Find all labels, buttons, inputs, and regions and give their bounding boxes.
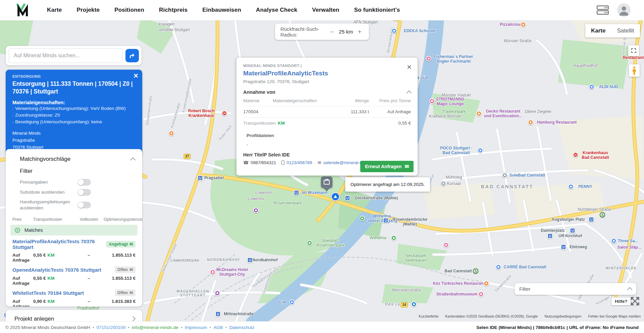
footer-left: © 2025 Mineral Minds Deutschland GmbH • … (5, 325, 254, 330)
nav-item-einbauweisen[interactable]: Einbauweisen (202, 7, 241, 13)
col-preis-pro-tonne: Preis pro Tonne (369, 98, 411, 103)
fullscreen-icon (631, 48, 636, 53)
nav-item-richtpreis[interactable]: Richtpreis (159, 7, 187, 13)
directions-button[interactable] (125, 49, 139, 62)
footer-datenschutz-link[interactable]: Datenschutz (229, 325, 254, 330)
chevron-up-icon[interactable] (407, 90, 412, 95)
match-link[interactable]: OpenedAnalyticTests 70376 Stuttgart (12, 267, 101, 273)
disposal-street: Pragstraße (12, 137, 136, 144)
pan-expand-control[interactable] (630, 296, 640, 308)
envelope-icon: ✉ (129, 267, 133, 272)
hexagon-matches-icon (14, 227, 20, 233)
attr-terms-link[interactable]: Nutzungsbedingungen (544, 314, 581, 318)
disposal-property: Verwertung (Untersuchungsumfang): VwV Bo… (12, 105, 136, 112)
toggle-label: Handlungsempfehlungen ausblenden (20, 199, 77, 211)
footer-bar: © 2025 Mineral Minds Deutschland GmbH • … (0, 321, 644, 333)
radius-decrease-button[interactable]: − (328, 28, 336, 35)
match-row: OpenedAnalyticTests 70376 Stuttgart Offe… (6, 264, 142, 287)
map-attribution: Kurzbefehle Kartendaten ©2025 GeoBasis-D… (419, 314, 641, 318)
fullscreen-button[interactable] (628, 45, 639, 56)
footer-copyright: © 2025 Mineral Minds Deutschland GmbH (5, 325, 90, 330)
popup-title[interactable]: MaterialProfileAnalyticTests (243, 70, 411, 77)
status-badge-offen: Offen ✉ (115, 266, 136, 273)
popup-table-header: Material Materialeigenschaften Menge Pre… (243, 98, 411, 106)
nav-item-projekte[interactable]: Projekte (76, 7, 100, 13)
match-potential: 1.855.113 € (104, 276, 136, 286)
match-potential: 1.815.383 € (104, 299, 136, 307)
nav-item-so-funktionierts[interactable]: So funktioniert's (354, 7, 400, 13)
disposal-properties-heading: Materialeigenschaften: (12, 100, 136, 105)
toggle-row-substitute: Substitute ausblenden (6, 187, 142, 197)
match-price: Auf Anfrage (12, 299, 33, 307)
arrow-up-icon (334, 195, 337, 198)
envelope-icon: ✉ (129, 242, 133, 247)
contact-phone: 0987/654321 (251, 160, 276, 165)
profile-files-label: Profildateien (247, 133, 411, 138)
search-card (6, 46, 142, 65)
popup-eyebrow: MINERAL MINDS STANDORT | (243, 64, 411, 68)
footer-phone-link[interactable]: 07151/250100 (97, 325, 125, 330)
toggle-substitute[interactable] (77, 189, 91, 196)
footer-impressum-link[interactable]: Impressum (185, 325, 207, 330)
expand-arrows-icon (630, 296, 640, 306)
map-canvas[interactable]: kswagenomobile StuttgartAFN StuttgartMün… (0, 20, 644, 322)
match-price: Auf Anfrage (12, 253, 33, 263)
cell-price: Auf Anfrage (369, 109, 411, 114)
match-link[interactable]: MaterialProfileAnalyticTests 70376 Stutt… (12, 239, 106, 250)
map-type-satellit-button[interactable]: Satellit (611, 24, 640, 38)
chevron-right-icon (130, 316, 136, 322)
nav-item-positionen[interactable]: Positionen (114, 7, 144, 13)
filter-label: Filter (519, 286, 530, 292)
dot-separator: · (314, 160, 315, 165)
toggle-handlungsempfehlungen[interactable] (77, 202, 91, 208)
nav-item-analyse-check[interactable]: Analyse Check (256, 7, 298, 13)
toggle-row-handlungsempfehlungen: Handlungsempfehlungen ausblenden (6, 197, 142, 212)
nav-right (596, 3, 631, 17)
popup-close-icon[interactable]: × (407, 63, 412, 71)
disposal-close-icon[interactable]: × (133, 72, 138, 80)
mineral-minds-logo[interactable] (14, 2, 30, 18)
nav-item-karte[interactable]: Karte (47, 7, 62, 13)
status-badge-angefragt: Angefragt ✉ (106, 241, 136, 248)
col-menge: Menge (334, 98, 369, 103)
help-button[interactable]: Hilfe? (611, 297, 631, 306)
user-avatar[interactable] (617, 3, 631, 17)
toggle-row-preisangaben: Preisangaben (6, 177, 142, 187)
map-type-karte-button[interactable]: Karte (585, 24, 611, 38)
status-badge-offen: Offen ✉ (115, 289, 136, 296)
server-list-icon[interactable] (596, 5, 610, 15)
match-transport: 0,55 €KM (33, 276, 74, 286)
optimizer-tooltip: Optimierer angefragt am 12.09.2025. (345, 177, 430, 192)
attr-report-link[interactable]: Fehler bei Google Maps melden (588, 314, 641, 318)
col-materialeigenschaften: Materialeigenschaften (273, 98, 334, 103)
mineral-minds-location-pin[interactable] (321, 177, 332, 188)
radius-increase-button[interactable]: + (356, 28, 364, 35)
heading-marker[interactable] (331, 192, 340, 201)
collapse-chevron-icon[interactable] (130, 157, 136, 162)
directions-arrow-icon (128, 52, 136, 59)
search-input[interactable] (9, 48, 122, 63)
footer-email-link[interactable]: info@mineral-minds.de (132, 325, 178, 330)
location-popup: MINERAL MINDS STANDORT | × MaterialProfi… (236, 58, 418, 176)
matches-label: Matches (24, 227, 43, 233)
disposal-title: Entsorgung | 111.333 Tonnen | 170504 | Z… (12, 80, 136, 95)
transport-price: 0,55 € (369, 121, 411, 126)
map-filter-box[interactable]: Filter (515, 283, 636, 295)
street-view-pegman-button[interactable] (629, 64, 640, 77)
toggle-preisangaben[interactable] (77, 179, 91, 186)
contact-mobile-link[interactable]: 0123/456789 (286, 160, 312, 165)
popup-table-row: 170504 111.333 t Auf Anfrage (243, 106, 411, 118)
footer-agb-link[interactable]: AGB (213, 325, 223, 330)
transport-label: TransportkostenKM (243, 121, 334, 126)
disposal-eyebrow: ENTSORGUNG (12, 74, 136, 78)
disposal-property: Zuordnungsklasse: Z0 (12, 112, 136, 119)
nav-item-verwalten[interactable]: Verwalten (312, 7, 339, 13)
create-project-button[interactable]: Projekt anlegen (6, 310, 142, 322)
attr-shortcuts[interactable]: Kurzbefehle (419, 314, 439, 318)
resend-request-button[interactable]: Erneut Anfragen ✉ (360, 161, 414, 172)
popup-address: Pragstraße 120, 70376, Stuttgart (243, 79, 411, 84)
toggle-label: Preisangaben (20, 179, 77, 185)
app-root: Karte Projekte Positionen Richtpreis Ein… (0, 0, 644, 333)
match-row: MaterialProfileAnalyticTests 70376 Stutt… (6, 236, 142, 264)
match-link[interactable]: WhitelistTests 70184 Stuttgart (12, 290, 84, 296)
